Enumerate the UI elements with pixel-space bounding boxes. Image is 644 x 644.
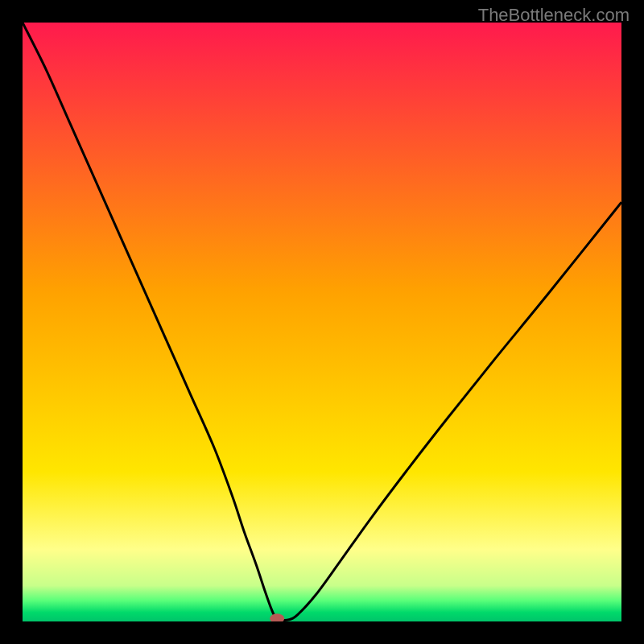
bottleneck-chart <box>23 23 621 621</box>
watermark-text: TheBottleneck.com <box>478 5 630 26</box>
chart-background <box>23 23 621 621</box>
